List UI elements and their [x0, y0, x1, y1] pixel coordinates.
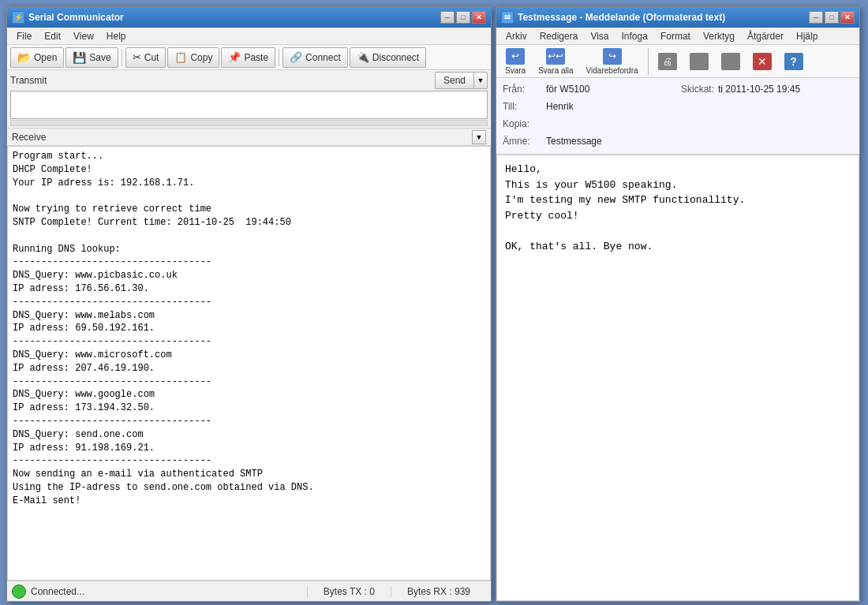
bytes-rx-status: Bytes RX : 939: [391, 586, 486, 597]
receive-header: Receive ▼: [7, 129, 491, 146]
cc-label: Kopia:: [503, 118, 546, 129]
email-toolbar-divider: [648, 48, 649, 75]
serial-minimize-button[interactable]: ─: [440, 11, 455, 24]
email-menu-bar: Arkiv Redigera Visa Infoga Format Verkty…: [496, 28, 859, 45]
to-label: Till:: [503, 101, 546, 112]
subject-label: Ämne:: [503, 136, 546, 147]
print-icon: 🖨: [658, 53, 677, 70]
paste-button[interactable]: 📌 Paste: [221, 47, 275, 68]
from-value: för W5100: [546, 84, 681, 95]
email-app-icon: ✉: [501, 11, 514, 24]
email-menu-verktyg[interactable]: Verktyg: [697, 29, 741, 43]
subject-row: Ämne: Testmessage: [503, 133, 853, 149]
email-menu-visa[interactable]: Visa: [584, 29, 615, 43]
email-menu-format[interactable]: Format: [654, 29, 697, 43]
serial-menu-view[interactable]: View: [67, 29, 100, 43]
transmit-header: Transmit Send ▼: [10, 72, 488, 89]
email-menu-infoga[interactable]: Infoga: [615, 29, 654, 43]
send-dropdown-button[interactable]: ▼: [473, 72, 488, 89]
from-label: Från:: [503, 84, 546, 95]
serial-menu-edit[interactable]: Edit: [38, 29, 67, 43]
delete-icon: ✕: [753, 53, 772, 70]
forward-button[interactable]: ↪ Vidarebefordra: [581, 47, 644, 76]
bytes-tx-status: Bytes TX : 0: [307, 586, 391, 597]
serial-menu-help[interactable]: Help: [100, 29, 133, 43]
help-icon: ?: [784, 53, 803, 70]
reply-all-button[interactable]: ↩↩ Svara alla: [533, 47, 578, 76]
email-body[interactable]: Hello, This is your W5100 speaking. I'm …: [496, 155, 859, 601]
serial-menu-bar: File Edit View Help: [7, 28, 491, 45]
connect-button[interactable]: 🔗 Connect: [282, 47, 348, 68]
email-titlebar: ✉ Testmessage - Meddelande (Oformaterad …: [496, 7, 859, 28]
sent-value: ti 2011-10-25 19:45: [718, 84, 853, 95]
email-icon2: [721, 53, 740, 70]
serial-communicator-window: ⚡ Serial Communicator ─ □ ✕ File Edit Vi…: [6, 6, 492, 602]
email-icon-btn1[interactable]: [684, 47, 714, 76]
email-window: ✉ Testmessage - Meddelande (Oformaterad …: [496, 6, 860, 602]
help-btn[interactable]: ?: [779, 47, 809, 76]
forward-icon: ↪: [603, 48, 622, 65]
send-button-group: Send ▼: [435, 72, 488, 89]
receive-label: Receive: [12, 132, 46, 143]
email-headers: Från: för W5100 Skickat: ti 2011-10-25 1…: [496, 78, 859, 155]
reply-button[interactable]: ↩ Svara: [499, 47, 531, 76]
transmit-input[interactable]: [10, 91, 488, 119]
to-value: Henrik: [546, 101, 853, 112]
subject-value: Testmessage: [546, 136, 853, 147]
transmit-area: Transmit Send ▼: [7, 70, 491, 129]
reply-all-icon: ↩↩: [546, 48, 565, 65]
serial-title: Serial Communicator: [28, 12, 440, 23]
serial-toolbar: 📂 Open 💾 Save ✂ Cut 📋 Copy 📌 Paste 🔗 Con…: [7, 45, 491, 70]
delete-button[interactable]: ✕: [747, 47, 777, 76]
email-menu-arkiv[interactable]: Arkiv: [499, 29, 533, 43]
serial-status-bar: Connected... Bytes TX : 0 Bytes RX : 939: [7, 581, 491, 601]
reply-icon: ↩: [506, 48, 525, 65]
email-title: Testmessage - Meddelande (Oformaterad te…: [518, 12, 809, 23]
sent-label: Skickat:: [681, 84, 714, 95]
receive-area: Receive ▼ Program start... DHCP Complete…: [7, 129, 491, 581]
serial-titlebar: ⚡ Serial Communicator ─ □ ✕: [7, 7, 491, 28]
to-row: Till: Henrik: [503, 99, 853, 114]
email-icon1: [690, 53, 709, 70]
email-menu-redigera[interactable]: Redigera: [533, 29, 585, 43]
receive-dropdown-button[interactable]: ▼: [472, 130, 486, 144]
copy-button[interactable]: 📋 Copy: [167, 47, 219, 68]
email-maximize-button[interactable]: □: [825, 11, 839, 24]
toolbar-divider-1: [122, 49, 122, 66]
email-minimize-button[interactable]: ─: [809, 11, 823, 24]
toolbar-divider-2: [279, 49, 279, 66]
email-menu-hjalp[interactable]: Hjälp: [790, 29, 824, 43]
connection-status-indicator: [12, 584, 26, 599]
save-button[interactable]: 💾 Save: [65, 47, 118, 68]
open-button[interactable]: 📂 Open: [10, 47, 64, 68]
print-button[interactable]: 🖨: [653, 47, 683, 76]
status-connected-text: Connected...: [31, 586, 307, 597]
from-row: Från: för W5100 Skickat: ti 2011-10-25 1…: [503, 81, 853, 97]
email-menu-atgarder[interactable]: Åtgärder: [741, 29, 790, 43]
serial-app-icon: ⚡: [12, 11, 24, 24]
cut-button[interactable]: ✂ Cut: [125, 47, 166, 68]
serial-close-button[interactable]: ✕: [472, 11, 486, 24]
email-toolbar: ↩ Svara ↩↩ Svara alla ↪ Vidarebefordra 🖨…: [496, 45, 859, 78]
serial-maximize-button[interactable]: □: [456, 11, 470, 24]
cc-row: Kopia:: [503, 116, 853, 132]
email-icon-btn2[interactable]: [716, 47, 746, 76]
send-button[interactable]: Send: [435, 72, 473, 89]
transmit-scrollbar[interactable]: [10, 120, 488, 126]
email-window-controls: ─ □ ✕: [809, 11, 855, 24]
transmit-label: Transmit: [10, 75, 47, 86]
email-close-button[interactable]: ✕: [840, 11, 855, 24]
serial-window-controls: ─ □ ✕: [440, 11, 486, 24]
disconnect-button[interactable]: 🔌 Disconnect: [350, 47, 426, 68]
receive-content[interactable]: Program start... DHCP Complete! Your IP …: [7, 146, 491, 581]
serial-menu-file[interactable]: File: [10, 29, 38, 43]
